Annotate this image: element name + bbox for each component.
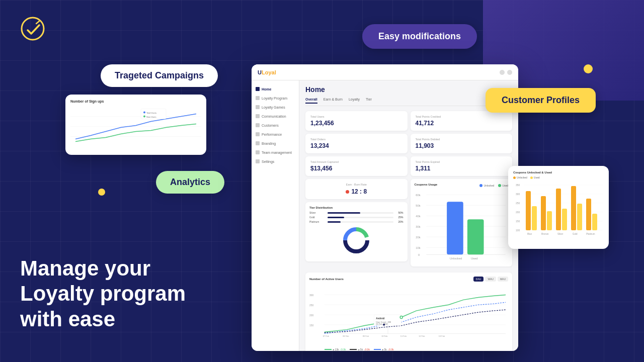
floating-coupon-svg: 350 300 250 200 150 100 Blue Bronze Silv… (513, 181, 604, 236)
svg-rect-24 (547, 211, 552, 230)
svg-text:Silver: Silver (557, 233, 564, 235)
settings-icon (256, 159, 260, 163)
metric-label-points-debited: Total Points Debited (416, 138, 508, 141)
dau-button[interactable]: DAU (473, 277, 484, 282)
tier-distribution-card: Tier Distribution Silver 50% Gold 25% (305, 202, 408, 261)
tab-loyalty[interactable]: Loyalty (349, 98, 360, 104)
metric-value-total-users: 1,23,456 (310, 120, 403, 127)
active-users-header: Number of Active Users DAU WAU MAU (309, 277, 508, 282)
sidebar-item-home[interactable]: Home (252, 84, 299, 94)
svg-text:10 Feb: 10 Feb (381, 335, 388, 337)
svg-text:06 Feb, 2022: 06 Feb, 2022 (376, 323, 387, 325)
svg-text:Gold: Gold (573, 233, 578, 235)
metric-label-total-orders: Total Orders (310, 138, 403, 141)
active-users-chart: 300 250 200 150 Android User Count : 200 (309, 285, 508, 345)
window-controls (500, 70, 512, 75)
tier-silver: Silver 50% (309, 211, 404, 214)
floating-legend-unlocked: Unlocked (513, 176, 527, 179)
metric-points-debited: Total Points Debited 11,903 (411, 134, 513, 153)
metric-points-credited: Total Points Credited 41,712 (411, 111, 513, 131)
app-name: ULoyal (258, 69, 276, 75)
mini-chart-svg: Total Users New Users (70, 105, 201, 148)
svg-text:11 Feb: 11 Feb (400, 335, 407, 337)
communication-icon (256, 114, 260, 118)
svg-text:Platinum: Platinum (586, 233, 595, 235)
metric-value-total-orders: 13,234 (310, 142, 403, 149)
svg-text:Total Users: Total Users (146, 112, 156, 114)
dot-decoration-1 (584, 64, 593, 73)
svg-text:13 Feb: 13 Feb (439, 335, 445, 337)
badge-easy-modifications: Easy modifications (362, 24, 477, 49)
coupons-usage-card: Coupons Usage Unlocked Used (411, 179, 513, 266)
metric-label-total-users: Total Users (310, 115, 403, 118)
dot-decoration-2 (98, 189, 105, 196)
sidebar-item-communication[interactable]: Communication (252, 112, 299, 121)
svg-text:0: 0 (418, 253, 419, 256)
mini-chart-card: Number of Sign ups Total Users New Users (65, 95, 206, 155)
svg-text:60k: 60k (416, 194, 420, 197)
main-content: Home Overall Earn & Burn Loyalty Tier To… (299, 80, 518, 351)
svg-point-0 (22, 18, 44, 40)
metric-total-orders: Total Orders 13,234 (305, 134, 408, 153)
red-dot-indicator (346, 190, 349, 194)
svg-text:Bronze: Bronze (541, 233, 549, 235)
svg-text:Android: Android (376, 317, 384, 320)
earn-burn-value: 12 : 8 (346, 188, 367, 195)
svg-text:New Users: New Users (146, 116, 156, 118)
sidebar-item-team-management[interactable]: Team management (252, 148, 299, 157)
svg-text:30k: 30k (416, 225, 420, 228)
tab-earn-burn[interactable]: Earn & Burn (324, 98, 343, 104)
wau-button[interactable]: WAU (485, 277, 496, 282)
svg-rect-53 (447, 202, 463, 254)
coupons-legend: Unlocked Used (479, 184, 508, 187)
metric-label-points-credited: Total Points Credited (416, 115, 508, 118)
sidebar-item-loyalty-program[interactable]: Loyalty Program (252, 94, 299, 103)
sidebar-item-customers[interactable]: Customers (252, 121, 299, 130)
svg-text:300: 300 (309, 294, 313, 297)
svg-rect-23 (541, 196, 546, 230)
sidebar-item-branding[interactable]: Branding (252, 139, 299, 148)
metric-points-expired: Total Points Expired 1,311 (411, 156, 513, 176)
window-control-1 (500, 70, 505, 75)
svg-rect-30 (592, 214, 597, 230)
tab-tier[interactable]: Tier (366, 98, 372, 104)
metric-label-amount-captured: Total Amount Captured (310, 160, 403, 163)
sidebar-item-settings[interactable]: Settings (252, 157, 299, 166)
svg-rect-54 (467, 219, 484, 254)
svg-text:07 Feb: 07 Feb (323, 335, 330, 337)
sidebar: Home Loyalty Program Loyalty Games Commu… (252, 80, 299, 351)
sidebar-item-loyalty-games[interactable]: Loyalty Games (252, 103, 299, 112)
metric-value-points-credited: 41,712 (416, 120, 508, 127)
svg-point-78 (400, 316, 403, 318)
svg-text:300: 300 (516, 193, 520, 196)
logo-icon (20, 16, 45, 41)
svg-text:150: 150 (516, 220, 520, 223)
badge-targeted-campaigns: Trageted Campaigns (101, 64, 218, 87)
window-control-2 (507, 70, 512, 75)
mau-button[interactable]: MAU (498, 277, 508, 282)
metrics-grid-top: Total Users 1,23,456 Total Points Credit… (305, 111, 512, 176)
svg-text:250: 250 (516, 202, 520, 205)
active-users-buttons: DAU WAU MAU (473, 277, 508, 282)
metric-value-amount-captured: $13,456 (310, 165, 403, 172)
svg-point-5 (143, 112, 145, 114)
dashboard-window: ULoyal Home Loyalty Program Loyalty Game… (252, 64, 518, 351)
tier-title: Tier Distribution (309, 206, 404, 209)
svg-text:Blue: Blue (527, 233, 532, 235)
earn-burn-card: Earn : Burn Rate 12 : 8 (305, 179, 408, 199)
badge-analytics: Analytics (156, 171, 224, 194)
active-users-card: Number of Active Users DAU WAU MAU 30 (305, 273, 512, 351)
svg-rect-25 (556, 189, 561, 230)
tab-overall[interactable]: Overall (305, 98, 317, 104)
svg-text:Used: Used (470, 257, 477, 260)
svg-text:350: 350 (516, 184, 520, 187)
sidebar-item-performance[interactable]: Performance (252, 130, 299, 139)
branding-icon (256, 141, 260, 145)
floating-coupon-chart: Coupons Unlocked & Used Unlocked Used 35… (508, 166, 609, 249)
svg-rect-28 (577, 204, 582, 230)
mini-chart-title: Number of Sign ups (70, 100, 201, 103)
tier-donut-chart (341, 225, 371, 255)
hero-text: Manage your Loyalty program with ease (20, 256, 186, 332)
svg-text:08 Feb: 08 Feb (343, 335, 349, 337)
svg-text:250: 250 (309, 304, 313, 307)
